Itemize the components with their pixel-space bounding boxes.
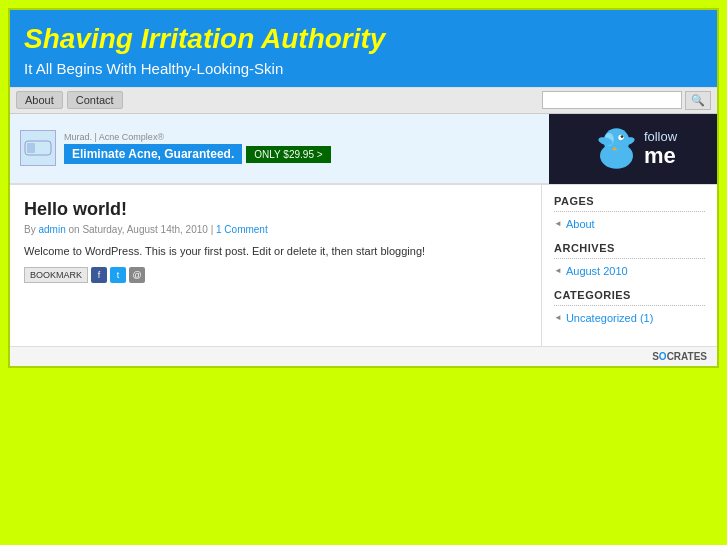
email-icon[interactable]: @ xyxy=(129,267,145,283)
nav-links: About Contact xyxy=(16,91,123,109)
ad-brand: Murad. | Acne Complex® xyxy=(64,132,539,142)
archives-section: ARCHIVES August 2010 xyxy=(554,242,705,277)
meta-by: By xyxy=(24,224,36,235)
post-title: Hello world! xyxy=(24,199,527,220)
facebook-icon[interactable]: f xyxy=(91,267,107,283)
archives-divider xyxy=(554,258,705,259)
follow-label: follow xyxy=(644,129,677,144)
site-subtitle: It All Begins With Healthy-Looking-Skin xyxy=(24,60,703,77)
archives-title: ARCHIVES xyxy=(554,242,705,254)
categories-section: CATEGORIES Uncategorized (1) xyxy=(554,289,705,324)
post-meta: By admin on Saturday, August 14th, 2010 … xyxy=(24,224,527,235)
pages-section: PAGES About xyxy=(554,195,705,230)
main-content: Hello world! By admin on Saturday, Augus… xyxy=(10,185,542,346)
post-body: Welcome to WordPress. This is your first… xyxy=(24,245,527,257)
sidebar-item-august-2010[interactable]: August 2010 xyxy=(554,265,705,277)
content-area: Hello world! By admin on Saturday, Augus… xyxy=(10,185,717,346)
footer: SOCRATES xyxy=(10,346,717,366)
nav-contact[interactable]: Contact xyxy=(67,91,123,109)
site-header: Shaving Irritation Authority It All Begi… xyxy=(10,10,717,87)
bookmark-bar: BOOKMARK f t @ xyxy=(24,267,527,283)
site-title: Shaving Irritation Authority xyxy=(24,22,703,56)
pages-title: PAGES xyxy=(554,195,705,207)
ad-text: Murad. | Acne Complex® Eliminate Acne, G… xyxy=(64,132,539,164)
nav-about[interactable]: About xyxy=(16,91,63,109)
nav-bar: About Contact 🔍 xyxy=(10,87,717,114)
me-label: me xyxy=(644,144,677,168)
page-container: Shaving Irritation Authority It All Begi… xyxy=(8,8,719,368)
sidebar: PAGES About ARCHIVES August 2010 CATEGOR… xyxy=(542,185,717,346)
follow-text-block: follow me xyxy=(644,129,677,168)
bookmark-button[interactable]: BOOKMARK xyxy=(24,267,88,283)
search-input[interactable] xyxy=(542,91,682,109)
post-comment-link[interactable]: 1 Comment xyxy=(216,224,268,235)
pages-divider xyxy=(554,211,705,212)
svg-rect-1 xyxy=(27,143,35,153)
search-button[interactable]: 🔍 xyxy=(685,91,711,110)
follow-me-banner[interactable]: follow me xyxy=(549,114,717,184)
ad-product-icon xyxy=(20,130,56,166)
ad-cta-button[interactable]: ONLY $29.95 > xyxy=(246,146,330,163)
sidebar-item-about[interactable]: About xyxy=(554,218,705,230)
ad-banner[interactable]: Murad. | Acne Complex® Eliminate Acne, G… xyxy=(10,114,549,184)
post-area: Hello world! By admin on Saturday, Augus… xyxy=(10,185,541,293)
sidebar-item-uncategorized[interactable]: Uncategorized (1) xyxy=(554,312,705,324)
footer-brand: SOCRATES xyxy=(652,351,707,362)
search-area: 🔍 xyxy=(542,91,711,110)
post-date: on Saturday, August 14th, 2010 | xyxy=(68,224,213,235)
ad-row: Murad. | Acne Complex® Eliminate Acne, G… xyxy=(10,114,717,185)
twitter-icon[interactable]: t xyxy=(110,267,126,283)
categories-divider xyxy=(554,305,705,306)
footer-brand-o: O xyxy=(659,351,667,362)
categories-title: CATEGORIES xyxy=(554,289,705,301)
post-author[interactable]: admin xyxy=(38,224,65,235)
ad-headline: Eliminate Acne, Guaranteed. xyxy=(64,144,242,164)
twitter-bird-icon xyxy=(589,121,644,176)
svg-point-6 xyxy=(621,135,624,138)
